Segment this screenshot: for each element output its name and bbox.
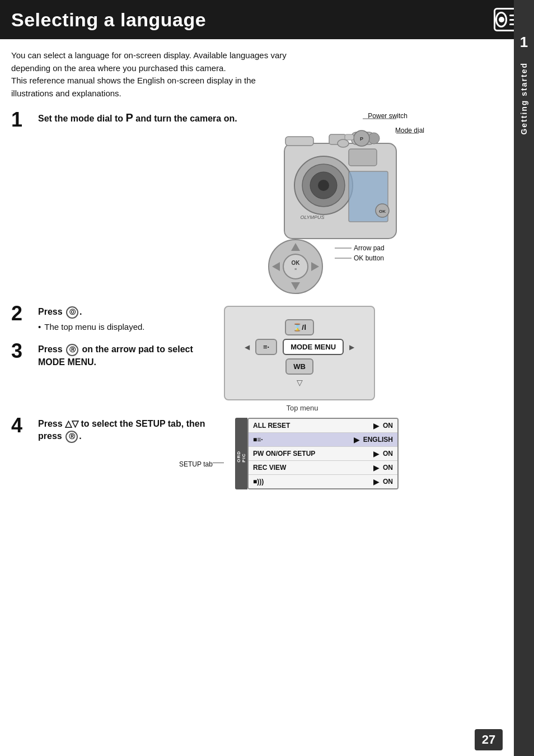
face-icon — [495, 12, 507, 27]
intro-text: You can select a language for on-screen … — [11, 49, 336, 100]
ok-button-label: OK button — [354, 254, 384, 262]
ok-icon-step2: Ⓞ — [66, 306, 78, 319]
step3-title: Press Ⓡ on the arrow pad to select MODE … — [38, 343, 218, 368]
sidebar-text: Getting started — [519, 62, 528, 135]
intro-line4: illustrations and explanations. — [11, 87, 336, 100]
sidebar: 1 Getting started — [514, 0, 534, 756]
step2: 2 Press Ⓞ. The top menu is displayed. — [11, 306, 218, 333]
step1-area: 1 Set the mode dial to P and turn the ca… — [11, 110, 523, 300]
mode-menu-diagram: ⌛/Ⅰ ◀ ≡· MODE MENU ▶ WB ▽ — [224, 306, 375, 400]
page-header: Selecting a language — [0, 0, 534, 39]
intro-line2: depending on the area where you purchase… — [11, 62, 336, 75]
scene-btn: ≡· — [255, 339, 277, 355]
svg-point-18 — [338, 139, 349, 147]
setup-arrow-language: ▶ — [354, 435, 360, 444]
step4-number: 4 — [11, 416, 38, 445]
svg-text:P: P — [360, 136, 363, 142]
arrow-pad-area: OK ≡ — [262, 233, 385, 295]
setup-label-pwsetup: PW ON/OFF SETUP — [253, 450, 370, 458]
setup-vertical-tab: SETUP ORD PIC CAM — [235, 418, 247, 489]
setup-tab-callout-line — [213, 463, 224, 463]
svg-text:≡: ≡ — [294, 267, 297, 271]
right-icon-step4: Ⓡ — [65, 431, 78, 443]
step4-content: Press △▽ to select the SETUP tab, then p… — [38, 418, 218, 445]
setup-arrow-pwsetup: ▶ — [373, 449, 380, 458]
setup-row-allreset: ALL RESET ▶ ON — [249, 419, 397, 433]
setup-row-language: ■≡· ▶ ENGLISH — [249, 433, 397, 447]
svg-rect-17 — [345, 134, 354, 140]
step4-title: Press △▽ to select the SETUP tab, then p… — [38, 418, 218, 443]
arrow-pad-svg: OK ≡ — [262, 233, 329, 295]
menu-row-middle: ◀ ≡· MODE MENU ▶ — [233, 339, 366, 355]
setup-menu-diagram: ALL RESET ▶ ON ■≡· ▶ ENGLISH PW ON/OFF S… — [247, 418, 399, 489]
svg-text:OLYMPUS: OLYMPUS — [300, 214, 324, 220]
pad-labels: Arrow pad OK button — [335, 244, 385, 262]
setup-arrow-recview: ▶ — [373, 463, 380, 472]
step1-bold-letter: P — [125, 111, 133, 124]
setup-value-pwsetup: ON — [383, 450, 393, 458]
setup-value-sound: ON — [383, 478, 393, 486]
step2-desc: The top menu is displayed. — [38, 321, 218, 334]
intro-line1: You can select a language for on-screen … — [11, 49, 336, 62]
top-menu-label: Top menu — [224, 404, 381, 412]
step3: 3 Press Ⓡ on the arrow pad to select MOD… — [11, 343, 218, 371]
page-number: 27 — [475, 729, 503, 750]
step2-bullet: The top menu is displayed. — [38, 321, 218, 334]
top-menu-diagram-wrapper: ⌛/Ⅰ ◀ ≡· MODE MENU ▶ WB ▽ Top menu — [224, 306, 381, 412]
intro-line3: This reference manual shows the English … — [11, 74, 336, 87]
setup-tab-label: SETUP tab — [179, 460, 213, 468]
svg-point-6 — [318, 180, 329, 191]
setup-value-language: ENGLISH — [363, 436, 393, 444]
mode-menu-btn: MODE MENU — [283, 339, 344, 355]
page-title: Selecting a language — [11, 9, 206, 31]
svg-text:OK: OK — [292, 260, 301, 266]
setup-row-recview: REC VIEW ▶ ON — [249, 461, 397, 475]
right-icon-step3: Ⓡ — [66, 344, 78, 356]
setup-label-sound: ■))) — [253, 478, 370, 486]
step1-content: Set the mode dial to P and turn the came… — [38, 110, 240, 128]
svg-text:OK: OK — [379, 209, 386, 214]
setup-label-allreset: ALL RESET — [253, 422, 370, 430]
step1-left: 1 — [11, 110, 38, 130]
setup-label-language: ■≡· — [253, 436, 350, 444]
setup-menu-wrapper: SETUP tab SETUP ORD PIC CAM ALL RESET — [224, 418, 381, 489]
step3-number: 3 — [11, 341, 38, 371]
step4: 4 Press △▽ to select the SETUP tab, then… — [11, 418, 218, 445]
step3-content: Press Ⓡ on the arrow pad to select MODE … — [38, 343, 218, 371]
step2-bullet-text: The top menu is displayed. — [44, 321, 144, 334]
steps-23-area: 2 Press Ⓞ. The top menu is displayed. 3 — [11, 306, 523, 412]
step1-number: 1 — [11, 108, 22, 131]
setup-value-allreset: ON — [383, 422, 393, 430]
timer-btn: ⌛/Ⅰ — [285, 319, 314, 335]
camera-diagram-wrapper: Power switch Mode dial — [256, 110, 430, 300]
sidebar-number: 1 — [520, 34, 528, 51]
setup-row-sound: ■))) ▶ ON — [249, 475, 397, 488]
step2-title: Press Ⓞ. — [38, 306, 218, 319]
ok-button-label-row: OK button — [335, 254, 385, 262]
content-area: You can select a language for on-screen … — [0, 39, 534, 501]
arrow-pad-label-row: Arrow pad — [335, 244, 385, 252]
down-arrow-icon: ▽ — [297, 378, 303, 387]
right-arrow: ▶ — [349, 343, 354, 351]
arrow-pad-line — [335, 248, 352, 249]
setup-arrow-allreset: ▶ — [373, 421, 380, 430]
menu-row-wb: WB — [233, 358, 366, 375]
step4-area: 4 Press △▽ to select the SETUP tab, then… — [11, 418, 523, 489]
left-arrow: ◀ — [245, 343, 250, 351]
setup-menu-container: SETUP ORD PIC CAM ALL RESET ▶ ON — [235, 418, 381, 489]
svg-point-9 — [368, 133, 380, 144]
wb-btn: WB — [285, 358, 313, 375]
setup-value-recview: ON — [383, 464, 393, 472]
steps-23-left: 2 Press Ⓞ. The top menu is displayed. 3 — [11, 306, 218, 412]
step2-number: 2 — [11, 304, 38, 333]
setup-row-pwsetup: PW ON/OFF SETUP ▶ ON — [249, 447, 397, 461]
menu-row-top: ⌛/Ⅰ — [233, 319, 366, 335]
setup-label-recview: REC VIEW — [253, 464, 370, 472]
step1-title: Set the mode dial to P and turn the came… — [38, 110, 240, 125]
step4-left: 4 Press △▽ to select the SETUP tab, then… — [11, 418, 218, 489]
step2-content: Press Ⓞ. The top menu is displayed. — [38, 306, 218, 333]
arrow-pad-label: Arrow pad — [354, 244, 385, 252]
ok-button-line — [335, 258, 352, 259]
svg-point-21 — [283, 254, 308, 279]
setup-arrow-sound: ▶ — [373, 477, 380, 486]
